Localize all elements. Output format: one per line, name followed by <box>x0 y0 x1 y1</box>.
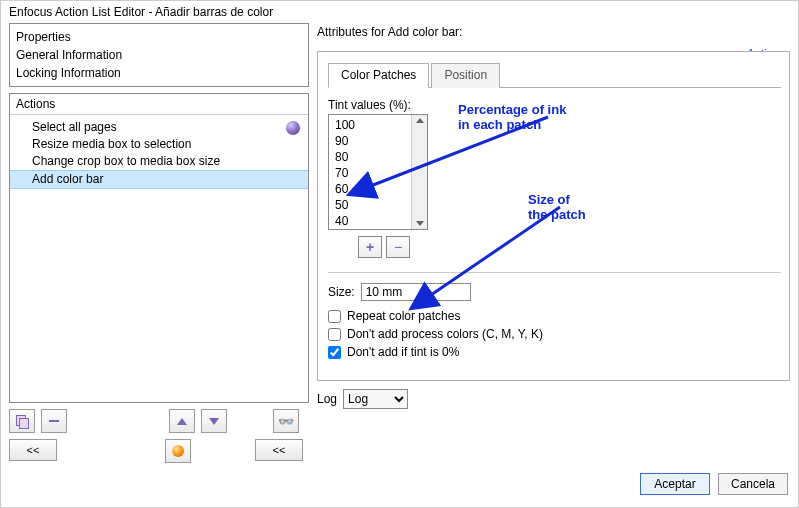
remove-button[interactable] <box>41 409 67 433</box>
log-select[interactable]: Log <box>343 389 408 409</box>
action-item[interactable]: Change crop box to media box size <box>10 153 308 170</box>
actions-panel: Actions Select all pages Resize media bo… <box>9 93 309 403</box>
minus-icon <box>49 420 59 422</box>
move-up-button[interactable] <box>169 409 195 433</box>
no-process-checkbox[interactable] <box>328 328 341 341</box>
move-down-button[interactable] <box>201 409 227 433</box>
tint-value[interactable]: 60 <box>335 181 405 197</box>
no-process-check-row[interactable]: Don't add process colors (C, M, Y, K) <box>328 327 781 341</box>
record-button[interactable] <box>165 439 191 463</box>
divider <box>328 272 781 273</box>
tint-value[interactable]: 100 <box>335 117 405 133</box>
tint-value[interactable]: 80 <box>335 149 405 165</box>
tint-scrollbar[interactable] <box>411 115 427 229</box>
tint-value[interactable]: 90 <box>335 133 405 149</box>
no-zero-label: Don't add if tint is 0% <box>347 345 459 359</box>
triangle-up-icon <box>177 418 187 425</box>
repeat-checkbox[interactable] <box>328 310 341 323</box>
triangle-down-icon <box>209 418 219 425</box>
size-input[interactable] <box>361 283 471 301</box>
tint-values-label: Tint values (%): <box>328 98 781 112</box>
rewind-right-button[interactable]: << <box>255 439 303 461</box>
chevron-up-icon <box>416 118 424 123</box>
action-item[interactable]: Select all pages <box>10 119 308 136</box>
no-zero-checkbox[interactable] <box>328 346 341 359</box>
add-tint-button[interactable]: + <box>358 236 382 258</box>
tint-value[interactable]: 70 <box>335 165 405 181</box>
left-toolbar: 👓 << << <box>9 409 309 463</box>
log-label: Log <box>317 392 337 406</box>
minus-icon: − <box>394 239 402 255</box>
no-zero-check-row[interactable]: Don't add if tint is 0% <box>328 345 781 359</box>
attributes-title: Attributes for Add color bar: <box>317 25 790 39</box>
remove-tint-button[interactable]: − <box>386 236 410 258</box>
actions-header: Actions <box>10 94 308 115</box>
tab-bar: Color Patches Position <box>328 62 781 88</box>
tint-values-listbox[interactable]: 100 90 80 70 60 50 40 <box>328 114 428 230</box>
size-label: Size: <box>328 285 355 299</box>
cancel-button[interactable]: Cancela <box>718 473 788 495</box>
repeat-label: Repeat color patches <box>347 309 460 323</box>
action-item[interactable]: Resize media box to selection <box>10 136 308 153</box>
repeat-check-row[interactable]: Repeat color patches <box>328 309 781 323</box>
action-item-selected[interactable]: Add color bar <box>10 170 308 189</box>
dialog-buttons: Aceptar Cancela <box>640 473 788 495</box>
glasses-icon: 👓 <box>278 414 294 429</box>
tab-color-patches[interactable]: Color Patches <box>328 63 429 88</box>
chevron-down-icon <box>416 221 424 226</box>
tint-value[interactable]: 40 <box>335 213 405 229</box>
accept-button[interactable]: Aceptar <box>640 473 710 495</box>
properties-panel: Properties General Information Locking I… <box>9 23 309 87</box>
duplicate-button[interactable] <box>9 409 35 433</box>
duplicate-icon <box>16 415 28 427</box>
preview-button[interactable]: 👓 <box>273 409 299 433</box>
window-title: Enfocus Action List Editor - Añadir barr… <box>1 1 798 23</box>
tab-position[interactable]: Position <box>431 63 500 88</box>
properties-header: Properties <box>16 28 302 46</box>
attributes-panel: Color Patches Position Tint values (%): … <box>317 51 790 381</box>
properties-item-locking[interactable]: Locking Information <box>16 64 302 82</box>
record-icon <box>172 445 184 457</box>
plus-icon: + <box>366 239 374 255</box>
no-process-label: Don't add process colors (C, M, Y, K) <box>347 327 543 341</box>
properties-item-general[interactable]: General Information <box>16 46 302 64</box>
rewind-left-button[interactable]: << <box>9 439 57 461</box>
tint-value[interactable]: 50 <box>335 197 405 213</box>
